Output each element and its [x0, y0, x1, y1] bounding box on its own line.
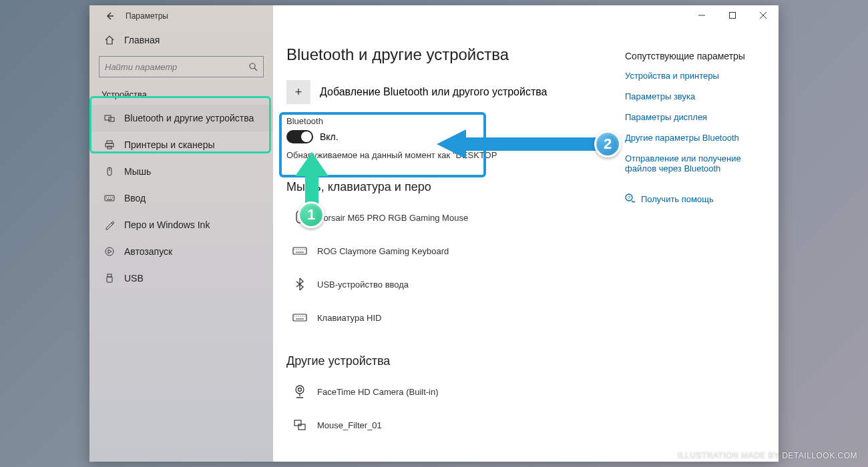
home-label: Главная: [124, 35, 160, 45]
generic-device-icon: [286, 419, 313, 431]
device-name: USB-устройство ввода: [317, 280, 409, 290]
svg-rect-3: [109, 117, 114, 121]
sidebar-item-label: Bluetooth и другие устройства: [124, 113, 254, 123]
search-box[interactable]: [99, 56, 264, 77]
related-link[interactable]: Отправление или получение файлов через B…: [625, 153, 765, 173]
close-button[interactable]: [748, 5, 779, 25]
settings-window: Параметры Главная Устройства Bluetooth и…: [89, 5, 779, 462]
autoplay-icon: [101, 246, 118, 257]
related-link[interactable]: Параметры дисплея: [625, 112, 765, 122]
svg-line-1: [254, 68, 257, 71]
device-row[interactable]: FaceTime HD Camera (Built-in): [286, 375, 612, 408]
window-title: Параметры: [126, 11, 168, 21]
keyboard-icon: [101, 193, 118, 203]
annotation-badge-2: 2: [594, 131, 621, 157]
titlebar: Параметры: [89, 5, 273, 27]
devices-icon: [101, 113, 118, 123]
related-link[interactable]: Устройства и принтеры: [625, 71, 765, 81]
home-nav[interactable]: Главная: [89, 27, 273, 53]
usb-icon: [101, 273, 118, 284]
bluetooth-label: Bluetooth: [286, 116, 612, 126]
section-other-devices: Другие устройства: [286, 354, 612, 368]
add-device-row[interactable]: + Добавление Bluetooth или другого устро…: [286, 76, 612, 108]
minimize-button[interactable]: [686, 5, 717, 25]
device-row[interactable]: Mouse_Filter_01: [286, 408, 612, 442]
get-help-link[interactable]: ? Получить помощь: [625, 193, 765, 204]
svg-rect-42: [294, 420, 301, 426]
device-row[interactable]: Клавиатура HID: [286, 301, 612, 334]
svg-rect-16: [107, 274, 112, 277]
sidebar-section-title: Устройства: [89, 84, 273, 105]
sidebar-item-bluetooth[interactable]: Bluetooth и другие устройства: [89, 105, 273, 131]
device-name: Mouse_Filter_01: [317, 420, 382, 430]
device-name: Клавиатура HID: [317, 313, 381, 323]
keyboard-device-icon: [286, 246, 313, 256]
main-area: Bluetooth и другие устройства + Добавлен…: [273, 5, 779, 462]
plus-icon: +: [286, 80, 310, 104]
sidebar-item-mouse[interactable]: Мышь: [89, 158, 273, 185]
bluetooth-toggle[interactable]: [286, 130, 313, 143]
svg-rect-43: [298, 424, 305, 430]
search-icon: [248, 62, 258, 71]
discoverable-text: Обнаруживаемое на данный момент как "DES…: [286, 150, 612, 160]
watermark: ILLUSTRATION MADE BY DETAILLOOK.COM: [678, 451, 857, 460]
content: Bluetooth и другие устройства + Добавлен…: [273, 5, 618, 462]
annotation-badge-1: 1: [298, 201, 324, 228]
bluetooth-device-icon: [286, 278, 313, 291]
page-title: Bluetooth и другие устройства: [286, 45, 612, 64]
svg-point-40: [296, 386, 304, 394]
svg-point-15: [105, 248, 114, 256]
svg-rect-9: [105, 195, 114, 201]
home-icon: [101, 35, 118, 45]
sidebar-item-label: USB: [124, 273, 144, 284]
section-mouse-keyboard: Мышь, клавиатура и перо: [286, 180, 612, 194]
related-settings-pane: Сопутствующие параметры Устройства и при…: [618, 5, 779, 462]
window-controls: [686, 5, 779, 25]
device-row[interactable]: ROG Claymore Gaming Keyboard: [286, 234, 612, 268]
related-title: Сопутствующие параметры: [625, 51, 765, 61]
svg-rect-32: [293, 314, 306, 321]
mouse-icon: [101, 166, 118, 177]
maximize-button[interactable]: [717, 5, 748, 25]
bluetooth-toggle-state: Вкл.: [320, 131, 339, 142]
sidebar-item-autoplay[interactable]: Автозапуск: [89, 238, 273, 265]
device-name: FaceTime HD Camera (Built-in): [317, 387, 439, 397]
device-row[interactable]: USB-устройство ввода: [286, 268, 612, 301]
device-name: ROG Claymore Gaming Keyboard: [317, 246, 449, 256]
sidebar-item-pen[interactable]: Перо и Windows Ink: [89, 211, 273, 238]
search-input[interactable]: [105, 62, 248, 72]
add-device-label: Добавление Bluetooth или другого устройс…: [320, 86, 548, 98]
device-name: Corsair M65 PRO RGB Gaming Mouse: [317, 213, 468, 223]
svg-point-0: [250, 63, 255, 69]
bluetooth-section: Bluetooth Вкл. Обнаруживаемое на данный …: [286, 116, 612, 160]
help-icon: ?: [625, 193, 636, 204]
sidebar-item-printers[interactable]: Принтеры и сканеры: [89, 131, 273, 158]
sidebar-item-label: Принтеры и сканеры: [124, 139, 214, 150]
back-button[interactable]: [101, 8, 118, 24]
svg-point-41: [298, 388, 302, 392]
pen-icon: [101, 219, 118, 230]
sidebar-item-label: Перо и Windows Ink: [124, 219, 210, 230]
svg-rect-4: [107, 141, 112, 143]
svg-rect-24: [293, 248, 306, 254]
get-help-label: Получить помощь: [641, 194, 714, 204]
camera-device-icon: [286, 384, 313, 399]
device-row[interactable]: Corsair M65 PRO RGB Gaming Mouse: [286, 201, 612, 234]
related-link[interactable]: Параметры звука: [625, 91, 765, 101]
svg-rect-19: [730, 13, 736, 19]
sidebar-item-label: Мышь: [124, 166, 151, 177]
svg-text:?: ?: [628, 195, 631, 201]
related-link[interactable]: Другие параметры Bluetooth: [625, 133, 765, 143]
sidebar-item-label: Ввод: [124, 193, 146, 203]
svg-rect-17: [107, 277, 112, 282]
printer-icon: [101, 139, 118, 150]
sidebar-item-typing[interactable]: Ввод: [89, 185, 273, 211]
sidebar: Параметры Главная Устройства Bluetooth и…: [89, 5, 273, 462]
sidebar-item-usb[interactable]: USB: [89, 265, 273, 292]
sidebar-item-label: Автозапуск: [124, 246, 172, 257]
keyboard-device-icon: [286, 312, 313, 323]
